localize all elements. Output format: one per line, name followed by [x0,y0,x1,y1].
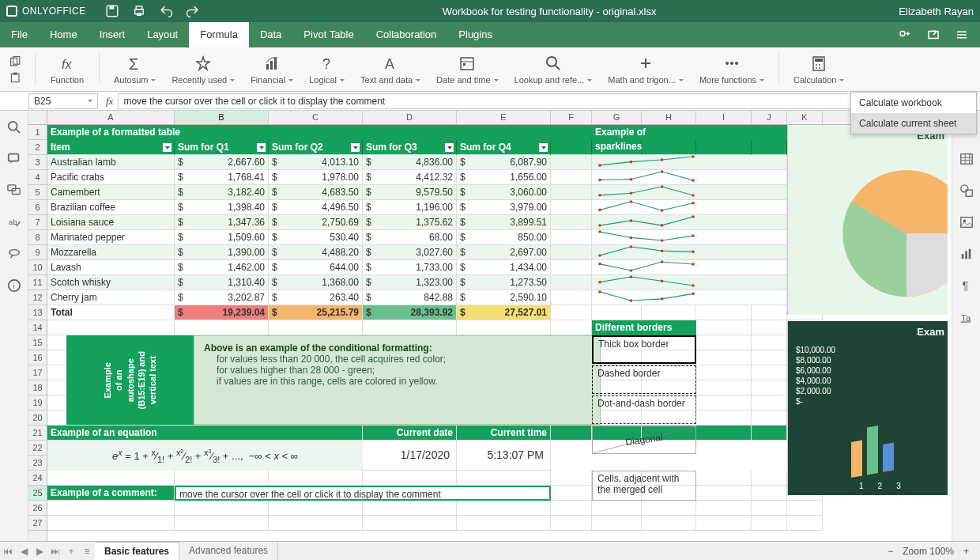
save-icon[interactable] [105,4,119,18]
row-header-20[interactable]: 20 [28,411,47,426]
col-header-B[interactable]: B [175,111,269,124]
menu-icon[interactable] [955,28,969,42]
col-header-J[interactable]: J [752,111,787,124]
row-header-7[interactable]: 7 [28,215,47,230]
col-header-C[interactable]: C [269,111,363,124]
row-header-24[interactable]: 24 [28,471,47,486]
row-header-21[interactable]: 21 [28,426,47,441]
paste-icon[interactable] [9,72,22,83]
tab-add-icon[interactable]: + [63,546,79,557]
image-settings-icon[interactable] [959,215,974,229]
row-header-11[interactable]: 11 [28,275,47,290]
comment-cell[interactable]: move the cursor over the cell or click i… [175,486,551,501]
row-header-13[interactable]: 13 [28,305,47,320]
row-header-9[interactable]: 9 [28,245,47,260]
merged-cell-example[interactable]: Cells, adjacent with the merged cell [592,471,696,501]
current-date[interactable]: 1/17/2020 [363,441,457,471]
ribbon-more-functions[interactable]: More functions [692,51,772,88]
row-header-2[interactable]: 2 [28,140,47,155]
textart-settings-icon[interactable]: Ta [959,310,974,324]
copy-icon[interactable] [9,56,22,67]
tab-next-icon[interactable]: ▶ [32,546,47,557]
current-time[interactable]: 5:13:07 PM [457,441,551,471]
shape-settings-icon[interactable] [959,184,974,198]
ribbon-text-and-data[interactable]: AText and data [352,51,428,88]
print-icon[interactable] [132,4,146,18]
chart-settings-icon[interactable] [959,247,974,261]
ribbon-recently-used[interactable]: Recently used [164,51,243,88]
col-header-D[interactable]: D [363,111,457,124]
about-icon[interactable]: i [7,278,21,293]
row-header-25[interactable]: 25 [28,486,47,501]
row-header-22[interactable]: 22 [28,441,47,456]
menu-plugins[interactable]: Plugins [447,22,503,47]
tab-prev-icon[interactable]: ◀ [16,546,32,557]
tab-last-icon[interactable]: ⏭ [47,546,63,557]
redo-icon[interactable] [186,4,200,18]
row-header-5[interactable]: 5 [28,185,47,200]
col-header-I[interactable]: I [696,111,752,124]
col-header-A[interactable]: A [47,111,175,124]
name-box[interactable]: B25 [28,93,98,109]
row-header-8[interactable]: 8 [28,230,47,245]
table-header[interactable]: Item [47,140,175,155]
menu-collaboration[interactable]: Collaboration [365,22,448,47]
table-settings-icon[interactable] [959,152,974,166]
zoom-out-icon[interactable]: − [888,546,893,557]
spellcheck-icon[interactable]: ab [7,215,21,229]
text-settings-icon[interactable]: ¶ [959,278,974,293]
diagonal-border-example[interactable]: Diagonal [592,426,696,454]
row-header-26[interactable]: 26 [28,501,47,516]
row-header-1[interactable]: 1 [28,125,47,140]
share-icon[interactable] [898,28,912,42]
ribbon-financial[interactable]: Financial [243,51,301,88]
calc-workbook-item[interactable]: Calculate workbook [851,93,976,113]
row-header-10[interactable]: 10 [28,260,47,275]
ribbon-logical[interactable]: ?Logical [301,51,352,88]
row-header-23[interactable]: 23 [28,456,47,471]
row-header-14[interactable]: 14 [28,320,47,335]
table-header[interactable]: Sum for Q2 [269,140,363,155]
row-header-18[interactable]: 18 [28,380,47,395]
menu-insert[interactable]: Insert [89,22,137,47]
menu-formula[interactable]: Formula [189,22,249,47]
col-header-F[interactable]: F [551,111,592,124]
table-header[interactable]: Sum for Q4 [457,140,551,155]
chat-icon[interactable] [7,184,21,198]
tab-first-icon[interactable]: ⏮ [0,546,16,557]
bar3d-chart-preview[interactable]: Exam$10,000.00$8,000.00$6,000.00$4,000.0… [787,321,948,495]
undo-icon[interactable] [159,4,173,18]
ribbon-math-and-trigon-[interactable]: Math and trigon... [600,51,692,88]
dotdash-border-example[interactable]: Dot-and-dash border [592,395,696,424]
calc-current-sheet-item[interactable]: Calculate current sheet [851,113,976,134]
comments-icon[interactable] [7,152,21,166]
row-header-16[interactable]: 16 [28,350,47,365]
sheet-tab-basic-features[interactable]: Basic features [95,542,179,560]
col-header-H[interactable]: H [642,111,696,124]
menu-pivot-table[interactable]: Pivot Table [292,22,364,47]
comment-title[interactable]: Example of a comment: [47,486,175,501]
pie-chart-preview[interactable]: Exam [787,125,948,315]
table-title[interactable]: Example of a formatted table [47,125,551,140]
row-header-4[interactable]: 4 [28,170,47,185]
col-header-K[interactable]: K [787,111,823,124]
row-header-27[interactable]: 27 [28,516,47,531]
row-header-17[interactable]: 17 [28,365,47,380]
sheet-tab-advanced-features[interactable]: Advanced features [179,542,278,560]
row-header-15[interactable]: 15 [28,335,47,350]
row-header-3[interactable]: 3 [28,155,47,170]
col-header-E[interactable]: E [457,111,551,124]
thick-border-example[interactable]: Thick box border [592,335,696,364]
user-name[interactable]: Elizabeth Rayan [899,6,974,17]
menu-file[interactable]: File [0,22,39,47]
fx-icon[interactable]: fx [106,95,113,108]
tab-list-icon[interactable]: ≡ [79,546,95,557]
ribbon-autosum[interactable]: ΣAutosum [106,51,164,88]
ribbon-date-and-time[interactable]: Date and time [428,51,506,88]
row-header-19[interactable]: 19 [28,395,47,411]
menu-home[interactable]: Home [39,22,89,47]
dashed-border-example[interactable]: Dashed border [592,365,696,394]
menu-data[interactable]: Data [249,22,292,47]
open-location-icon[interactable] [926,28,940,42]
row-header-6[interactable]: 6 [28,200,47,215]
